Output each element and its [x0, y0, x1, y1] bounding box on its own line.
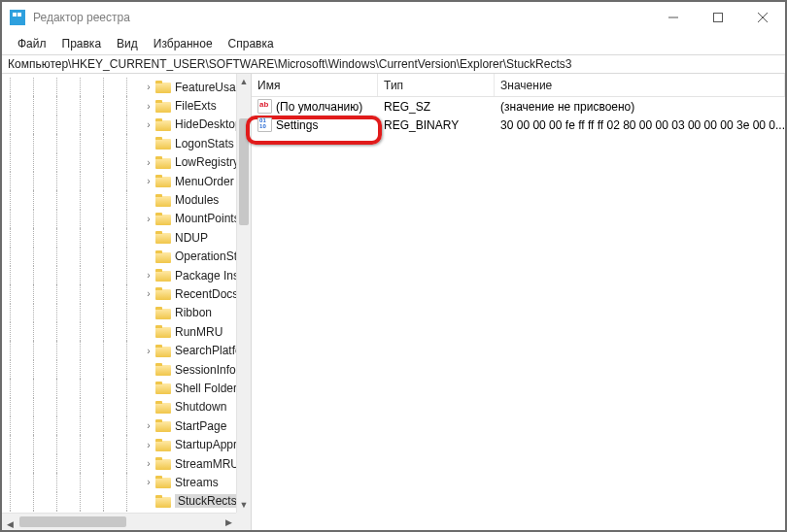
expand-icon[interactable]: › — [142, 458, 155, 469]
tree-item[interactable]: StuckRects3 — [2, 492, 236, 511]
expand-icon[interactable]: › — [142, 157, 155, 168]
expand-icon[interactable]: › — [142, 214, 155, 224]
folder-icon — [155, 231, 171, 244]
scroll-thumb[interactable] — [239, 118, 249, 225]
tree-item[interactable]: ›Package Installa — [2, 266, 236, 284]
tree-item-label: RunMRU — [175, 325, 222, 339]
folder-icon — [155, 325, 171, 338]
maximize-button[interactable] — [696, 2, 740, 33]
folder-icon — [155, 307, 171, 319]
menu-edit[interactable]: Правка — [54, 35, 110, 52]
tree-item-label: FeatureUsage — [175, 81, 236, 94]
tree-item[interactable]: ›FileExts — [2, 96, 236, 115]
expand-icon[interactable]: › — [142, 477, 155, 487]
scroll-left-icon[interactable]: ◀ — [2, 516, 17, 531]
svg-rect-1 — [714, 14, 723, 22]
folder-icon — [155, 194, 171, 207]
value-name: (По умолчанию) — [276, 100, 362, 114]
tree-item-label: LowRegistry — [175, 155, 236, 169]
tree-item[interactable]: ›StreamMRU — [2, 454, 236, 473]
tree-item-label: RecentDocs — [175, 287, 236, 301]
expand-icon[interactable]: › — [142, 288, 155, 299]
tree-item-label: FileExts — [175, 99, 217, 113]
tree-item[interactable]: Shutdown — [2, 398, 236, 416]
tree-item[interactable]: Shell Folders — [2, 379, 236, 397]
scroll-up-icon[interactable]: ▲ — [237, 74, 251, 89]
address-text: Компьютер\HKEY_CURRENT_USER\SOFTWARE\Mic… — [8, 57, 571, 71]
tree-item[interactable]: ›MountPoints2 — [2, 210, 236, 228]
tree-item-label: Ribbon — [175, 306, 212, 319]
registry-tree[interactable]: ›FeatureUsage›FileExts›HideDesktopIconLo… — [2, 74, 236, 513]
folder-icon — [155, 457, 171, 470]
tree-item[interactable]: ›HideDesktopIcon — [2, 116, 236, 134]
main-area: ›FeatureUsage›FileExts›HideDesktopIconLo… — [2, 74, 785, 530]
expand-icon[interactable]: › — [142, 119, 155, 130]
tree-item[interactable]: Ribbon — [2, 304, 236, 322]
menu-file[interactable]: Файл — [10, 35, 54, 52]
column-value[interactable]: Значение — [495, 74, 785, 96]
column-type[interactable]: Тип — [378, 74, 495, 96]
tree-item-label: HideDesktopIcon — [175, 117, 236, 131]
tree-item-label: Streams — [175, 476, 219, 489]
list-row[interactable]: SettingsREG_BINARY30 00 00 00 fe ff ff f… — [252, 116, 785, 134]
scroll-down-icon[interactable]: ▼ — [237, 497, 251, 513]
folder-icon — [155, 213, 171, 225]
tree-item[interactable]: ›SearchPlatform — [2, 341, 236, 359]
address-bar[interactable]: Компьютер\HKEY_CURRENT_USER\SOFTWARE\Mic… — [2, 54, 785, 74]
expand-icon[interactable]: › — [142, 346, 155, 356]
minimize-button[interactable] — [651, 2, 696, 33]
menu-help[interactable]: Справка — [221, 35, 282, 52]
tree-item[interactable]: ›StartupApprove — [2, 435, 236, 453]
folder-icon — [155, 81, 171, 93]
tree-item[interactable]: ›StartPage — [2, 416, 236, 435]
folder-icon — [155, 175, 171, 187]
folder-icon — [155, 287, 171, 300]
tree-vertical-scrollbar[interactable]: ▲ ▼ — [236, 74, 251, 513]
folder-icon — [155, 401, 171, 414]
tree-item-label: Modules — [175, 193, 219, 207]
scroll-right-icon[interactable]: ▶ — [221, 514, 236, 530]
scroll-corner — [236, 513, 251, 530]
tree-horizontal-scrollbar[interactable]: ◀ ▶ — [2, 513, 236, 530]
tree-item[interactable]: RunMRU — [2, 322, 236, 341]
tree-item[interactable]: ›RecentDocs — [2, 284, 236, 303]
expand-icon[interactable]: › — [142, 82, 155, 92]
folder-icon — [155, 439, 171, 451]
folder-icon — [155, 269, 171, 282]
tree-item[interactable]: SessionInfo — [2, 360, 236, 379]
tree-item-label: LogonStats — [175, 137, 234, 150]
expand-icon[interactable]: › — [142, 176, 155, 186]
tree-item-label: StartupApprove — [175, 438, 236, 451]
folder-icon — [155, 250, 171, 263]
tree-item[interactable]: Modules — [2, 190, 236, 209]
value-type: REG_SZ — [378, 100, 495, 114]
tree-item[interactable]: ›LowRegistry — [2, 153, 236, 172]
folder-icon — [155, 345, 171, 357]
close-button[interactable] — [740, 2, 785, 33]
expand-icon[interactable]: › — [142, 101, 155, 112]
folder-icon — [155, 156, 171, 169]
tree-item[interactable]: NDUP — [2, 228, 236, 247]
scroll-thumb-h[interactable] — [19, 516, 126, 527]
values-pane: Имя Тип Значение (По умолчанию)REG_SZ(зн… — [252, 74, 785, 530]
column-name[interactable]: Имя — [252, 74, 378, 96]
tree-item[interactable]: OperationStatus — [2, 248, 236, 266]
value-name: Settings — [276, 118, 318, 132]
list-row[interactable]: (По умолчанию)REG_SZ(значение не присвое… — [252, 97, 785, 116]
tree-item[interactable]: ›MenuOrder — [2, 172, 236, 190]
tree-item-label: MenuOrder — [175, 175, 234, 188]
expand-icon[interactable]: › — [142, 420, 155, 431]
value-type: REG_BINARY — [378, 118, 495, 132]
menu-favorites[interactable]: Избранное — [146, 35, 221, 52]
folder-icon — [155, 476, 171, 488]
expand-icon[interactable]: › — [142, 440, 155, 450]
tree-item[interactable]: ›Streams — [2, 473, 236, 491]
tree-item[interactable]: LogonStats — [2, 134, 236, 152]
tree-item-label: Shell Folders — [175, 382, 236, 395]
expand-icon[interactable]: › — [142, 270, 155, 281]
folder-icon — [155, 363, 171, 376]
tree-item[interactable]: ›FeatureUsage — [2, 78, 236, 96]
app-icon — [10, 10, 25, 25]
window-controls — [651, 2, 785, 33]
menu-view[interactable]: Вид — [109, 35, 146, 52]
